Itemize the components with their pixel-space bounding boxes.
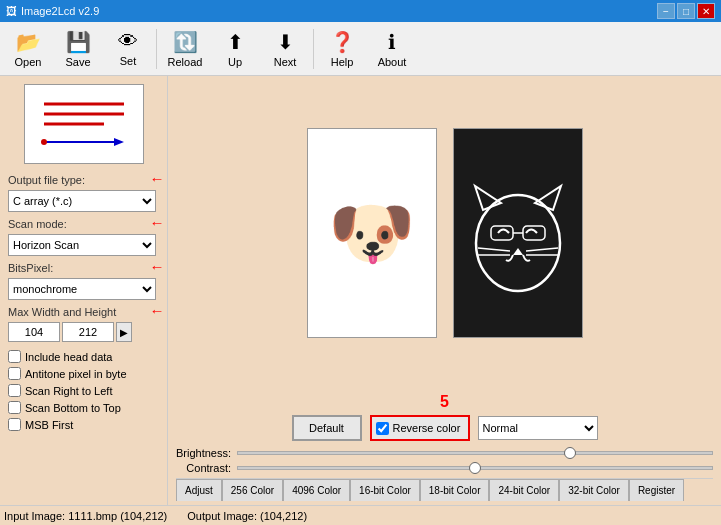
output-file-type-select[interactable]: C array (*.c) Binary (*.bin) Bitmap (*.b…	[8, 190, 156, 212]
width-input[interactable]	[8, 322, 60, 342]
scan-mode-select[interactable]: Horizon Scan Vertical Scan	[8, 234, 156, 256]
reverse-color-label: Reverse color	[393, 422, 461, 434]
main-content: Output file type: ← 1 C array (*.c) Bina…	[0, 76, 721, 525]
app-title: Image2Lcd v2.9	[21, 5, 99, 17]
tab-adjust[interactable]: Adjust	[176, 479, 222, 501]
tab-32bit-color[interactable]: 32-bit Color	[559, 479, 629, 501]
brightness-label: Brightness:	[176, 447, 231, 459]
svg-line-12	[526, 248, 558, 251]
msb-first-label: MSB First	[25, 419, 73, 431]
save-label: Save	[65, 56, 90, 68]
status-bar: Input Image: 1111.bmp (104,212) Output I…	[0, 505, 721, 525]
title-bar-left: 🖼 Image2Lcd v2.9	[6, 5, 99, 17]
default-button[interactable]: Default	[292, 415, 362, 441]
tab-256-color[interactable]: 256 Color	[222, 479, 283, 501]
set-label: Set	[120, 55, 137, 67]
tab-24bit-color[interactable]: 24-bit Color	[489, 479, 559, 501]
svg-point-5	[41, 139, 47, 145]
tab-4096-color[interactable]: 4096 Color	[283, 479, 350, 501]
output-image-status: Output Image: (104,212)	[187, 510, 307, 522]
brightness-thumb[interactable]	[564, 447, 576, 459]
help-button[interactable]: ❓ Help	[318, 25, 366, 73]
contrast-thumb[interactable]	[469, 462, 481, 474]
preview-box	[24, 84, 144, 164]
center-area: 🐶	[168, 76, 721, 525]
svg-rect-14	[491, 226, 513, 240]
reverse-color-button[interactable]: Reverse color	[370, 415, 470, 441]
open-label: Open	[15, 56, 42, 68]
reload-button[interactable]: 🔃 Reload	[161, 25, 209, 73]
contrast-slider[interactable]	[237, 466, 713, 470]
bits-pixel-select[interactable]: monochrome 4 Gray 256 Color 16-bit	[8, 278, 156, 300]
toolbar-sep-2	[313, 29, 314, 69]
svg-line-10	[478, 248, 510, 251]
up-label: Up	[228, 56, 242, 68]
number-5-label: 5	[440, 393, 449, 410]
scan-right-to-left-checkbox[interactable]: Scan Right to Left	[8, 384, 159, 397]
scan-bottom-to-top-checkbox[interactable]: Scan Bottom to Top	[8, 401, 159, 414]
reverse-color-checkbox[interactable]	[376, 422, 389, 435]
output-file-type-label: Output file type:	[8, 174, 85, 186]
help-icon: ❓	[330, 30, 355, 54]
svg-marker-7	[475, 186, 501, 210]
brightness-row: Brightness:	[176, 447, 713, 459]
include-head-data-label: Include head data	[25, 351, 112, 363]
output-image-panel	[453, 128, 583, 338]
images-row: 🐶	[168, 76, 721, 389]
next-button[interactable]: ⬇ Next	[261, 25, 309, 73]
svg-marker-8	[535, 186, 561, 210]
next-icon: ⬇	[277, 30, 294, 54]
tab-18bit-color[interactable]: 18-bit Color	[420, 479, 490, 501]
title-bar-controls[interactable]: − □ ✕	[657, 3, 715, 19]
minimize-button[interactable]: −	[657, 3, 675, 19]
input-image-panel: 🐶	[307, 128, 437, 338]
up-button[interactable]: ⬆ Up	[211, 25, 259, 73]
height-input[interactable]	[62, 322, 114, 342]
svg-point-6	[476, 195, 560, 291]
cat-art-svg	[463, 168, 573, 298]
msb-first-checkbox[interactable]: MSB First	[8, 418, 159, 431]
reload-icon: 🔃	[173, 30, 198, 54]
about-button[interactable]: ℹ About	[368, 25, 416, 73]
dog-emoji: 🐶	[328, 198, 415, 268]
tabs-row: Adjust 256 Color 4096 Color 16-bit Color…	[176, 478, 713, 501]
tab-16bit-color[interactable]: 16-bit Color	[350, 479, 420, 501]
toolbar-sep-1	[156, 29, 157, 69]
max-size-label: Max Width and Height	[8, 306, 116, 318]
antitone-pixel-label: Antitone pixel in byte	[25, 368, 127, 380]
contrast-row: Contrast:	[176, 462, 713, 474]
help-label: Help	[331, 56, 354, 68]
scan-mode-label: Scan mode:	[8, 218, 67, 230]
scan-right-to-left-label: Scan Right to Left	[25, 385, 112, 397]
toolbar: 📂 Open 💾 Save 👁 Set 🔃 Reload ⬆ Up ⬇ Next…	[0, 22, 721, 76]
reload-label: Reload	[168, 56, 203, 68]
left-panel: Output file type: ← 1 C array (*.c) Bina…	[0, 76, 168, 525]
bits-pixel-label: BitsPixel:	[8, 262, 53, 274]
dimension-arrow-button[interactable]: ▶	[116, 322, 132, 342]
antitone-pixel-checkbox[interactable]: Antitone pixel in byte	[8, 367, 159, 380]
normal-select[interactable]: Normal Lighten Darken	[478, 416, 598, 440]
set-button[interactable]: 👁 Set	[104, 25, 152, 73]
contrast-label: Contrast:	[176, 462, 231, 474]
include-head-data-checkbox[interactable]: Include head data	[8, 350, 159, 363]
about-label: About	[378, 56, 407, 68]
about-icon: ℹ	[388, 30, 396, 54]
open-icon: 📂	[16, 30, 41, 54]
maximize-button[interactable]: □	[677, 3, 695, 19]
brightness-slider[interactable]	[237, 451, 713, 455]
open-button[interactable]: 📂 Open	[4, 25, 52, 73]
close-button[interactable]: ✕	[697, 3, 715, 19]
checkbox-group: Include head data Antitone pixel in byte…	[8, 350, 159, 431]
svg-marker-4	[114, 138, 124, 146]
scan-bottom-to-top-label: Scan Bottom to Top	[25, 402, 121, 414]
svg-marker-9	[513, 248, 523, 255]
up-icon: ⬆	[227, 30, 244, 54]
set-icon: 👁	[118, 30, 138, 53]
save-icon: 💾	[66, 30, 91, 54]
title-bar: 🖼 Image2Lcd v2.9 − □ ✕	[0, 0, 721, 22]
tab-register[interactable]: Register	[629, 479, 684, 501]
save-button[interactable]: 💾 Save	[54, 25, 102, 73]
next-label: Next	[274, 56, 297, 68]
input-image-status: Input Image: 1111.bmp (104,212)	[4, 510, 167, 522]
dimension-row: ▶	[8, 322, 159, 342]
